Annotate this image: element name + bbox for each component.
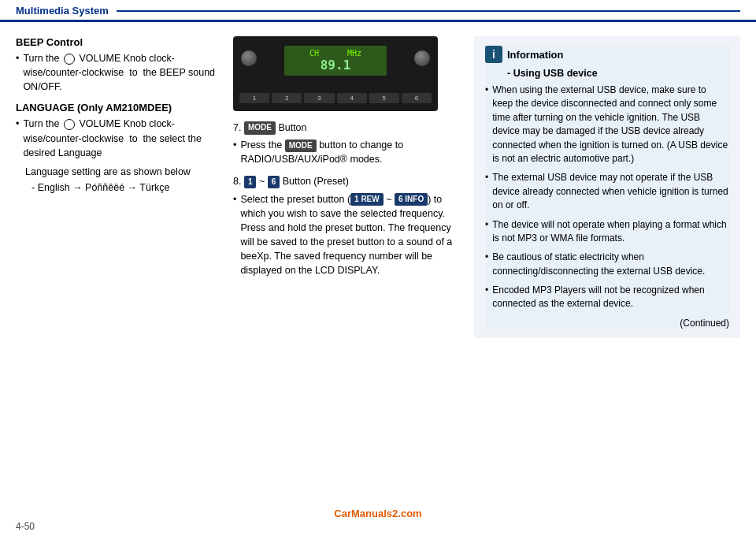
info-text-4: Be cautious of static electricity when c… <box>492 251 729 278</box>
info-bullet-1: • When using the external USB device, ma… <box>485 84 729 166</box>
info-bullet-sym-3: • <box>485 218 488 246</box>
info-header: i Information <box>485 46 729 63</box>
item-8-heading: 8. 1 ~ 6 Button (Preset) <box>233 174 461 188</box>
item-7: 7. MODE Button • Press the MODE button t… <box>233 121 461 166</box>
bullet-symbol: • <box>16 51 19 94</box>
info-bullet-sym-1: • <box>485 84 488 166</box>
info-subtitle: - Using USB device <box>485 68 729 79</box>
radio-image: CH MHz 89.1 1 2 3 4 5 6 <box>233 36 438 111</box>
language-section: LANGUAGE (Only AM210MDEE) • Turn the VOL… <box>16 102 220 193</box>
info-icon: i <box>485 46 502 63</box>
info-box: i Information - Using USB device • When … <box>485 46 729 329</box>
radio-display: CH MHz 89.1 <box>284 46 387 76</box>
preset-5: 5 <box>369 93 399 103</box>
info-text-3: The device will not operate when playing… <box>492 218 729 246</box>
language-bullet-1: • Turn the VOLUME Knob clock­wise/counte… <box>16 117 220 159</box>
radio-band: CH MHz <box>291 49 380 58</box>
info-text-1: When using the external USB device, make… <box>492 84 729 166</box>
info-bullet-4: • Be cautious of static electricity when… <box>485 251 729 278</box>
bullet-7: • <box>233 138 236 166</box>
bullet-symbol-2: • <box>16 117 19 159</box>
preset-1: 1 <box>239 93 269 103</box>
language-options: - English → Póññêëé → Türkçe <box>16 182 220 193</box>
info-badge: 6 INFO <box>395 193 428 206</box>
item-7-text: Press the MODE button to change to RADIO… <box>240 138 461 166</box>
mode-badge-2: MODE <box>285 139 317 153</box>
rew-badge: 1 REW <box>350 193 384 206</box>
preset-6: 6 <box>402 93 432 103</box>
middle-column: CH MHz 89.1 1 2 3 4 5 6 7. MODE Button <box>233 36 461 338</box>
language-heading: LANGUAGE (Only AM210MDEE) <box>16 102 220 113</box>
info-bullet-5: • Encoded MP3 Players will not be recogn… <box>485 284 729 311</box>
info-text-5: Encoded MP3 Players will not be recogniz… <box>492 284 729 311</box>
preset-2: 2 <box>272 93 302 103</box>
item-8: 8. 1 ~ 6 Button (Preset) • Select the pr… <box>233 174 461 277</box>
preset-4: 4 <box>337 93 367 103</box>
watermark: CarManuals2.com <box>334 508 421 519</box>
language-indent: Language setting are as shown below <box>16 165 220 179</box>
item-8-bullet: • Select the preset button (1 REW ~ 6 IN… <box>233 192 461 278</box>
right-column: i Information - Using USB device • When … <box>474 36 740 338</box>
continued-text: (Continued) <box>485 318 729 329</box>
mode-badge: MODE <box>244 121 276 135</box>
item-7-heading: 7. MODE Button <box>233 121 461 135</box>
language-text-1: Turn the VOLUME Knob clock­wise/counter-… <box>23 117 220 159</box>
beep-heading: BEEP Control <box>16 36 220 48</box>
radio-preset-buttons: 1 2 3 4 5 6 <box>239 93 432 103</box>
info-bullet-3: • The device will not operate when playi… <box>485 218 729 246</box>
info-bullet-sym-4: • <box>485 251 488 278</box>
volume-knob-left <box>241 50 257 66</box>
volume-knob-right <box>414 50 430 66</box>
main-content: BEEP Control • Turn the VOLUME Knob cloc… <box>0 22 756 346</box>
preset-3: 3 <box>304 93 334 103</box>
page: Multimedia System BEEP Control • Turn th… <box>0 0 756 543</box>
beep-text-1: Turn the VOLUME Knob clock­wise/counter-… <box>23 51 220 94</box>
bullet-8: • <box>233 192 236 278</box>
header-title: Multimedia System <box>16 5 109 17</box>
page-header: Multimedia System <box>0 0 756 22</box>
item-7-bullet: • Press the MODE button to change to RAD… <box>233 138 461 166</box>
preset-6-badge: 6 <box>268 176 280 189</box>
beep-bullet-1: • Turn the VOLUME Knob clock­wise/counte… <box>16 51 220 94</box>
preset-1-badge: 1 <box>244 176 257 189</box>
item-8-text: Select the preset button (1 REW ~ 6 INFO… <box>240 192 461 278</box>
radio-freq: 89.1 <box>291 58 380 73</box>
info-bullet-sym-5: • <box>485 284 488 311</box>
page-number: 4-50 <box>16 521 35 532</box>
info-text-2: The external USB device may not operate … <box>492 171 729 212</box>
info-title: Information <box>507 49 564 61</box>
header-divider <box>117 10 740 12</box>
info-bullet-sym-2: • <box>485 171 488 212</box>
left-column: BEEP Control • Turn the VOLUME Knob cloc… <box>16 36 220 338</box>
info-bullet-2: • The external USB device may not operat… <box>485 171 729 212</box>
